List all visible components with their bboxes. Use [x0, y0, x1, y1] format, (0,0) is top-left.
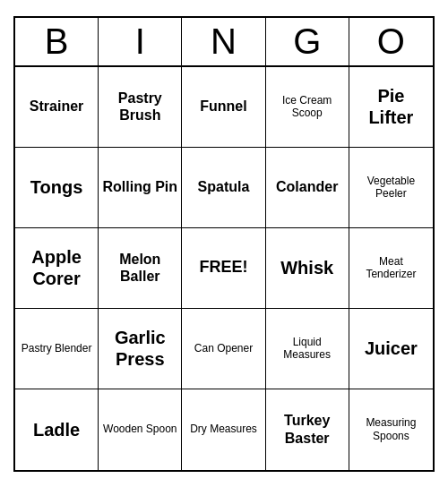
bingo-cell-22: Dry Measures [182, 389, 265, 470]
bingo-cell-0: Strainer [15, 67, 99, 148]
bingo-cell-11: Melon Baller [99, 228, 182, 309]
header-letter-b: B [15, 18, 99, 65]
bingo-cell-5: Tongs [15, 148, 99, 228]
bingo-cell-19: Juicer [349, 309, 433, 389]
bingo-cell-10: Apple Corer [15, 228, 99, 309]
bingo-cell-4: Pie Lifter [349, 67, 433, 148]
bingo-cell-14: Meat Tenderizer [349, 228, 433, 309]
bingo-cell-24: Measuring Spoons [349, 389, 433, 470]
bingo-cell-1: Pastry Brush [99, 67, 182, 148]
bingo-cell-9: Vegetable Peeler [349, 148, 433, 228]
header-letter-g: G [266, 18, 349, 65]
bingo-cell-6: Rolling Pin [99, 148, 182, 228]
bingo-cell-3: Ice Cream Scoop [266, 67, 349, 148]
header-letter-n: N [182, 18, 265, 65]
header-letter-o: O [349, 18, 433, 65]
bingo-cell-17: Can Opener [182, 309, 265, 389]
bingo-cell-2: Funnel [182, 67, 265, 148]
bingo-header: BINGO [15, 18, 433, 67]
bingo-cell-8: Colander [266, 148, 349, 228]
bingo-grid: StrainerPastry BrushFunnelIce Cream Scoo… [15, 67, 433, 470]
bingo-cell-15: Pastry Blender [15, 309, 99, 389]
bingo-cell-20: Ladle [15, 389, 99, 470]
bingo-card: BINGO StrainerPastry BrushFunnelIce Crea… [13, 16, 435, 472]
bingo-cell-13: Whisk [266, 228, 349, 309]
header-letter-i: I [99, 18, 182, 65]
bingo-cell-7: Spatula [182, 148, 265, 228]
bingo-cell-18: Liquid Measures [266, 309, 349, 389]
bingo-cell-16: Garlic Press [99, 309, 182, 389]
bingo-cell-23: Turkey Baster [266, 389, 349, 470]
bingo-cell-12: FREE! [182, 228, 265, 309]
bingo-cell-21: Wooden Spoon [99, 389, 182, 470]
